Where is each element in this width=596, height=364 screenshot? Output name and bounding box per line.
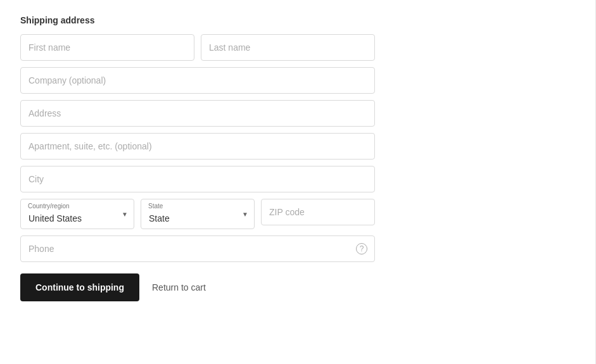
continue-to-shipping-button[interactable]: Continue to shipping: [20, 273, 139, 301]
apartment-field: [20, 133, 375, 160]
country-select[interactable]: United States Canada United Kingdom Aust…: [20, 199, 134, 229]
city-input[interactable]: [20, 166, 375, 192]
location-row: Country/region United States Canada Unit…: [20, 199, 375, 229]
phone-field: ?: [20, 235, 375, 262]
state-select-wrapper: State State Alabama Alaska Arizona Calif…: [141, 199, 255, 229]
country-field: Country/region United States Canada Unit…: [20, 199, 134, 229]
last-name-input[interactable]: [201, 34, 375, 61]
first-name-input[interactable]: [20, 34, 194, 61]
apartment-input[interactable]: [20, 133, 375, 160]
country-select-wrapper: Country/region United States Canada Unit…: [20, 199, 134, 229]
company-row: [20, 67, 375, 94]
address-input[interactable]: [20, 100, 375, 127]
address-row: [20, 100, 375, 127]
zip-input[interactable]: [261, 199, 375, 225]
state-field: State State Alabama Alaska Arizona Calif…: [141, 199, 255, 229]
zip-field: [261, 199, 375, 229]
phone-help-icon[interactable]: ?: [356, 243, 367, 254]
section-title: Shipping address: [20, 15, 375, 25]
city-field: [20, 166, 375, 192]
actions-row: Continue to shipping Return to cart: [20, 273, 375, 301]
return-to-cart-link[interactable]: Return to cart: [152, 282, 206, 292]
last-name-field: [201, 34, 375, 61]
address-field: [20, 100, 375, 127]
page-container: Shipping address: [0, 0, 596, 364]
name-row: [20, 34, 375, 61]
apartment-row: [20, 133, 375, 160]
company-input[interactable]: [20, 67, 375, 94]
first-name-field: [20, 34, 194, 61]
company-field: [20, 67, 375, 94]
phone-input[interactable]: [20, 235, 375, 262]
phone-row: ?: [20, 235, 375, 262]
state-select[interactable]: State Alabama Alaska Arizona California …: [141, 199, 255, 229]
city-row: [20, 166, 375, 192]
shipping-address-form: Shipping address: [20, 10, 375, 354]
